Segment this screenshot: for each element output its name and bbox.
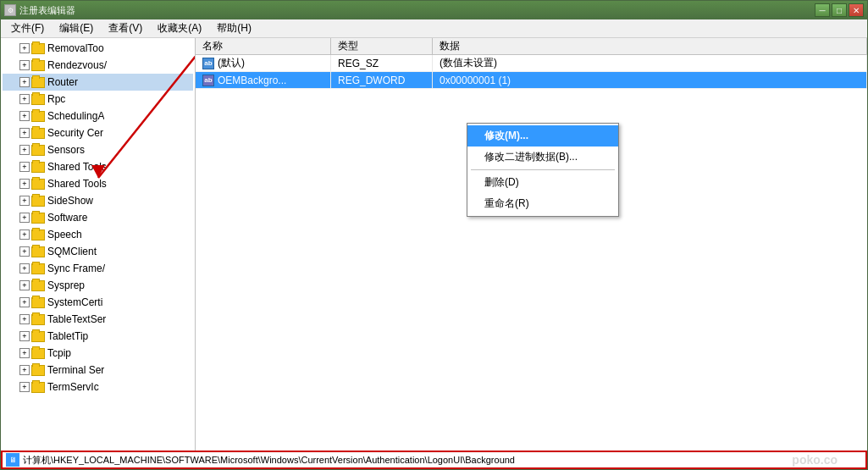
expand-icon[interactable]: + — [19, 111, 30, 121]
status-icon: 🖥 — [6, 453, 19, 467]
tree-item-rpc[interactable]: + Rpc — [3, 91, 193, 108]
status-bar: 🖥 计算机\HKEY_LOCAL_MACHINE\SOFTWARE\Micros… — [1, 451, 867, 469]
expand-icon[interactable]: + — [19, 94, 30, 104]
expand-icon[interactable]: + — [19, 246, 30, 257]
tree-label: RemovalToo — [47, 42, 104, 54]
expand-icon[interactable]: + — [19, 365, 30, 375]
folder-icon — [31, 246, 45, 257]
header-name: 名称 — [196, 38, 331, 54]
context-menu-modify[interactable]: 修改(M)... — [467, 125, 618, 147]
folder-icon — [31, 111, 45, 122]
title-bar: ⚙ 注册表编辑器 ─ □ ✕ — [1, 1, 867, 19]
folder-icon — [31, 128, 45, 139]
folder-icon — [31, 162, 45, 173]
context-menu-delete[interactable]: 删除(D) — [467, 172, 618, 193]
folder-icon — [31, 145, 45, 156]
folder-icon — [31, 297, 45, 308]
folder-icon — [31, 314, 45, 325]
tree-item-speech[interactable]: + Speech — [3, 226, 193, 243]
folder-icon — [31, 60, 45, 71]
expand-icon[interactable]: + — [19, 213, 30, 223]
menu-view[interactable]: 查看(V) — [102, 20, 149, 37]
tree-item-termservic[interactable]: + TermServIc — [3, 379, 193, 395]
folder-icon — [31, 94, 45, 105]
folder-icon — [31, 263, 45, 274]
cell-name: ab (默认) — [196, 55, 331, 71]
minimize-button[interactable]: ─ — [815, 3, 830, 17]
tree-label: TableTextSer — [47, 313, 106, 325]
tree-item-rendezvous[interactable]: + Rendezvous/ — [3, 57, 193, 74]
expand-icon[interactable]: + — [19, 280, 30, 290]
header-type: 类型 — [331, 38, 433, 54]
menu-edit[interactable]: 编辑(E) — [53, 20, 100, 37]
expand-icon[interactable]: + — [19, 382, 30, 392]
tree-label: Tcpip — [47, 347, 71, 359]
tree-label: TabletTip — [47, 330, 88, 342]
folder-icon — [31, 382, 45, 393]
tree-item-sharedtools1[interactable]: + Shared Tools — [3, 158, 193, 175]
expand-icon[interactable]: + — [19, 314, 30, 324]
maximize-button[interactable]: □ — [832, 3, 847, 17]
tree-label: TermServIc — [47, 381, 99, 393]
tree-item-tabletextser[interactable]: + TableTextSer — [3, 311, 193, 328]
expand-icon[interactable]: + — [19, 60, 30, 70]
reg-icon: ab — [202, 58, 214, 69]
expand-icon[interactable]: + — [19, 179, 30, 189]
tree-item-systemcerti[interactable]: + SystemCerti — [3, 294, 193, 311]
tree-item-sqmclient[interactable]: + SQMClient — [3, 243, 193, 260]
tree-item-sideshow[interactable]: + SideShow — [3, 192, 193, 209]
folder-icon — [31, 280, 45, 291]
tree-label: Terminal Ser — [47, 364, 104, 376]
tree-item-syncframe[interactable]: + Sync Frame/ — [3, 260, 193, 277]
expand-icon[interactable]: + — [19, 229, 30, 240]
menu-favorites[interactable]: 收藏夹(A) — [151, 20, 208, 37]
expand-icon[interactable]: + — [19, 162, 30, 172]
expand-icon[interactable]: + — [19, 128, 30, 138]
tree-item-sysprep[interactable]: + Sysprep — [3, 277, 193, 294]
expand-icon[interactable]: + — [19, 297, 30, 307]
tree-item-router[interactable]: + Router — [3, 74, 193, 91]
folder-icon — [31, 331, 45, 342]
context-menu-modify-binary[interactable]: 修改二进制数据(B)... — [467, 147, 618, 168]
menu-help[interactable]: 帮助(H) — [210, 20, 258, 37]
tree-label: SQMClient — [47, 246, 97, 257]
expand-icon[interactable]: + — [19, 77, 30, 87]
tree-item-tcpip[interactable]: + Tcpip — [3, 345, 193, 362]
folder-icon — [31, 179, 45, 190]
menu-file[interactable]: 文件(F) — [4, 20, 51, 37]
table-row[interactable]: ab OEMBackgro... REG_DWORD 0x00000001 (1… — [196, 72, 867, 89]
folder-icon — [31, 365, 45, 376]
expand-icon[interactable]: + — [19, 196, 30, 206]
expand-icon[interactable]: + — [19, 348, 30, 358]
table-header: 名称 类型 数据 — [196, 38, 867, 55]
expand-icon[interactable]: + — [19, 43, 30, 53]
tree-label: Router — [47, 76, 78, 88]
expand-icon[interactable]: + — [19, 331, 30, 341]
window-title: 注册表编辑器 — [19, 4, 75, 17]
tree-item-securitycer[interactable]: + Security Cer — [3, 124, 193, 141]
tree-label: Rendezvous/ — [47, 59, 107, 71]
reg-icon: ab — [202, 75, 214, 86]
context-menu-rename[interactable]: 重命名(R) — [467, 193, 618, 214]
expand-icon[interactable]: + — [19, 145, 30, 155]
tree-item-schedulinga[interactable]: + SchedulingA — [3, 108, 193, 124]
tree-item-software[interactable]: + Software — [3, 209, 193, 226]
table-row[interactable]: ab (默认) REG_SZ (数值未设置) — [196, 55, 867, 72]
tree-label: Rpc — [47, 93, 65, 105]
header-data: 数据 — [433, 38, 867, 54]
tree-item-sensors[interactable]: + Sensors — [3, 141, 193, 158]
tree-label: Speech — [47, 229, 82, 241]
tree-label: Shared Tools — [47, 178, 107, 190]
folder-icon — [31, 213, 45, 224]
tree-item-removaltoo[interactable]: + RemovalToo — [3, 40, 193, 57]
tree-item-sharedtools2[interactable]: + Shared Tools — [3, 175, 193, 192]
registry-editor-window: ⚙ 注册表编辑器 ─ □ ✕ 文件(F) 编辑(E) 查看(V) 收藏夹(A) … — [0, 0, 868, 470]
tree-item-tablettip[interactable]: + TabletTip — [3, 328, 193, 345]
tree-label: SideShow — [47, 195, 93, 207]
close-button[interactable]: ✕ — [849, 3, 864, 17]
registry-tree[interactable]: + RemovalToo + Rendezvous/ + Router + Rp… — [1, 38, 196, 451]
expand-icon[interactable]: + — [19, 263, 30, 274]
title-bar-title: ⚙ 注册表编辑器 — [4, 4, 75, 17]
tree-item-terminalser[interactable]: + Terminal Ser — [3, 362, 193, 379]
menu-bar: 文件(F) 编辑(E) 查看(V) 收藏夹(A) 帮助(H) — [1, 19, 867, 38]
